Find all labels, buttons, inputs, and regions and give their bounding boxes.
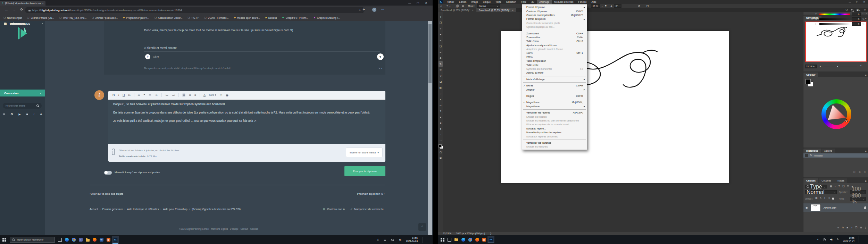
next-topic-link[interactable]: Prochain sujet non lu › <box>357 192 385 195</box>
channel-value[interactable]: 0 <box>852 17 861 21</box>
notify-toggle[interactable] <box>104 171 112 175</box>
color-wheel-marker[interactable] <box>845 119 848 122</box>
menu-item[interactable]: Symétrie axe horizontal F2 <box>522 67 587 71</box>
submit-reply-button[interactable]: Envoyer la réponse <box>344 166 385 176</box>
ps-tool[interactable]: ✎ <box>439 61 443 67</box>
filter-smart-object-icon[interactable]: ⊡ <box>847 185 849 188</box>
taskbar-app-orange[interactable]: ▣ <box>481 236 487 243</box>
menu-item[interactable]: Règles Ctrl+R <box>522 94 587 98</box>
favorite-star-icon[interactable]: ☆ <box>359 9 361 12</box>
url-field[interactable]: https://digitalpainting.school/forum/top… <box>25 7 365 13</box>
bookmark-item[interactable]: ❏ Assassination Classr... <box>155 16 183 19</box>
social-icon[interactable]: ▶ <box>18 113 20 116</box>
window-maximize-button[interactable]: ▢ <box>417 1 419 5</box>
source-view-button[interactable]: ◉ <box>226 93 228 97</box>
taskbar-app-word[interactable]: W <box>98 236 105 244</box>
panel-menu-icon[interactable]: ≡ <box>865 150 867 153</box>
tray-chevron-icon[interactable]: ∧ <box>817 238 819 241</box>
menu-item[interactable]: Effacer les repères du plan de travail s… <box>522 119 587 123</box>
menu-item[interactable]: Magnétisme ▶ <box>522 104 587 108</box>
taskbar-search-input[interactable]: Taper ici pour rechercher <box>10 237 55 243</box>
ps-tool[interactable]: ◧ <box>439 85 443 91</box>
artist-search-input[interactable]: Rechercher artiste <box>3 103 42 109</box>
link-layers-icon[interactable]: ∞ <box>837 226 839 231</box>
menubar-item[interactable]: Aide <box>589 0 599 4</box>
quote-button[interactable]: ❝ <box>143 93 145 97</box>
browser-tab[interactable]: ✦ [Résolu] Vignettes des brushs su ✕ <box>0 1 45 6</box>
bookmark-item[interactable]: ❖ Chapitre 0 : Prélimi... <box>282 16 309 19</box>
zoom-out-icon[interactable]: ▲ <box>819 65 821 67</box>
chevron-down-icon[interactable]: ⌄ <box>601 5 603 7</box>
preview-button[interactable]: ⊡ <box>219 93 222 97</box>
numbered-list-button[interactable]: ≕ <box>172 93 175 97</box>
taskbar-app-edge[interactable] <box>63 236 70 244</box>
ps-tool[interactable]: ◪ <box>439 79 443 85</box>
menu-item[interactable]: Options d'aperçu 32 bits... <box>522 25 587 29</box>
menu-item[interactable]: Couleurs d'épreuve Ctrl+Y <box>522 9 587 13</box>
dps-logo[interactable] <box>13 24 31 42</box>
document-tab[interactable]: Sans titre-1 @ 50% (RVB/8) * ✕ <box>438 8 476 12</box>
choose-files-link[interactable]: choisir les fichiers... <box>159 149 181 152</box>
ps-maximize-button[interactable]: ▢ <box>856 1 859 3</box>
ps-tool[interactable]: ✂ <box>439 37 443 43</box>
taskbar-app-photoshop[interactable]: Ps <box>487 236 494 243</box>
breadcrumb-item[interactable]: Aide pour Photoshop › <box>163 208 190 211</box>
bookmark-item[interactable]: ❏ InnerTray_N64-Inne... <box>59 16 87 19</box>
taskbar-app-file-explorer[interactable] <box>453 236 460 243</box>
scrollbar-thumb[interactable] <box>428 24 432 83</box>
menubar-item[interactable]: Filtre <box>519 0 529 4</box>
ps-tool[interactable]: ✒ <box>439 49 443 55</box>
breadcrumb-item[interactable]: [Résolu] Vignettes des brushs sur PS CS6… <box>192 208 241 211</box>
menu-item[interactable]: Zoom avant Ctrl++ <box>522 31 587 35</box>
signature-options[interactable]: ✕ ▾ <box>378 67 382 70</box>
paint-symmetry-icon[interactable]: ⋈ <box>646 5 649 7</box>
color-slider[interactable] <box>819 18 850 20</box>
menu-item[interactable]: Zoom arrière Ctrl+- <box>522 35 587 39</box>
lock-position-icon[interactable]: ✛ <box>824 197 826 200</box>
status-options-arrow[interactable]: ❯ <box>490 232 492 235</box>
layer-thumbnail[interactable] <box>811 204 821 211</box>
menu-item[interactable]: Afficher ▶ <box>522 87 587 91</box>
workspace-switcher-icon[interactable]: ▣⌄ <box>857 9 861 11</box>
scroll-to-top-button[interactable]: ⌃ <box>418 223 426 231</box>
social-icon[interactable]: ✉ <box>3 113 5 116</box>
status-zoom-value[interactable]: 33,33 % <box>443 232 451 235</box>
strikethrough-button[interactable]: S <box>128 93 131 97</box>
bookmark-item[interactable]: ❏ Secret of Mana (SN... <box>27 16 54 19</box>
new-group-icon[interactable]: ❒ <box>855 226 857 231</box>
ps-tool[interactable]: ✛ <box>439 14 443 20</box>
filter-type-icon[interactable]: T <box>838 185 840 188</box>
breadcrumb-item[interactable]: Accueil › <box>90 208 101 211</box>
lock-pixels-icon[interactable]: ✎ <box>820 197 822 200</box>
taskbar-app-edge[interactable] <box>460 236 467 243</box>
panel-menu-icon[interactable]: ≡ <box>865 180 867 183</box>
layer-filter-dropdown[interactable]: Type⌄ <box>805 185 827 188</box>
color-slider[interactable] <box>819 14 850 15</box>
profile-avatar[interactable]: • <box>372 8 376 12</box>
panel-menu-icon[interactable]: ≡ <box>865 74 867 77</box>
menu-item[interactable]: Adapter le plan de travail à l'écran <box>522 47 587 51</box>
volume-icon[interactable]: ◀) <box>399 238 401 241</box>
quote-plus-icon[interactable]: + <box>145 54 150 59</box>
tool-preset-icon[interactable]: ✎ ⌄ <box>446 5 451 7</box>
menu-item[interactable]: Mode d'affichage ▶ <box>522 77 587 81</box>
tab-close-icon[interactable]: ✕ <box>512 9 514 11</box>
tab-actions[interactable]: Actions <box>821 149 835 153</box>
canvas-area[interactable] <box>443 12 803 232</box>
menubar-item[interactable]: Affichage <box>537 0 552 4</box>
new-document-from-state-icon[interactable]: ❏ <box>853 171 855 176</box>
italic-button[interactable]: I <box>118 93 119 97</box>
code-button[interactable]: <> <box>149 94 151 96</box>
sidebar-item-connexion[interactable]: Connexion › <box>0 90 45 96</box>
layer-row[interactable]: ◉ Arrière-plan <box>803 203 868 212</box>
bookmark-item[interactable]: ❏ Animes "post-apoc... <box>92 16 118 19</box>
ps-search-icon[interactable] <box>851 9 853 11</box>
taskbar-app-discord[interactable]: ◖ <box>77 236 84 244</box>
zoom-in-icon[interactable]: ▲ <box>860 64 862 67</box>
layer-mask-icon[interactable]: ◙ <box>847 226 848 231</box>
tab-couches[interactable]: Couches <box>819 178 834 183</box>
layer-name[interactable]: Arrière-plan <box>824 207 836 209</box>
align-left-button[interactable]: ≡ <box>182 93 185 97</box>
pressure-opacity-icon[interactable]: Ø <box>638 5 640 7</box>
new-snapshot-icon[interactable]: ⊙ <box>859 171 861 176</box>
